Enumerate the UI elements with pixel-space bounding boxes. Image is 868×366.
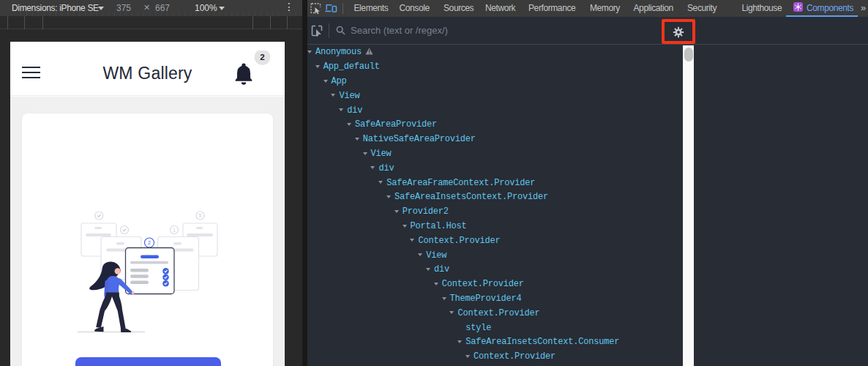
svg-text:5: 5	[199, 213, 202, 218]
svg-text:2: 2	[260, 53, 264, 61]
svg-text:1: 1	[173, 228, 176, 233]
svg-text:2: 2	[148, 240, 151, 245]
